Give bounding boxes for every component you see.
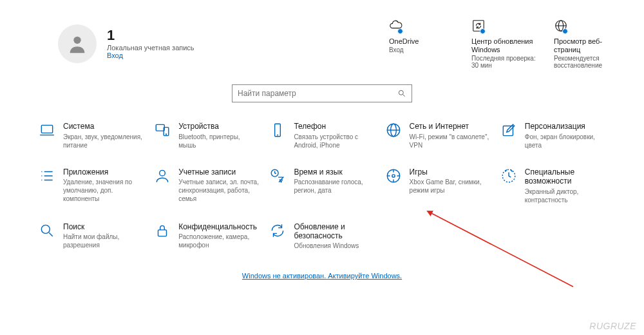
category-title: Время и язык	[294, 168, 374, 177]
category-network[interactable]: Сеть и ИнтернетWi-Fi, режим "в самолете"…	[385, 122, 490, 149]
status-tiles: OneDrive Вход Центр обновления Windows П…	[389, 18, 618, 69]
tile-windows-update[interactable]: Центр обновления Windows Последняя прове…	[471, 18, 536, 69]
category-apps[interactable]: ПриложенияУдаление, значения по умолчани…	[39, 168, 144, 204]
category-accessibility[interactable]: Специальные возможностиЭкранный диктор, …	[500, 168, 605, 204]
search-box[interactable]	[232, 84, 412, 102]
access-icon	[500, 168, 517, 184]
tile-desc: Последняя проверка: 30 мин	[471, 55, 536, 69]
user-signin-link[interactable]: Вход	[107, 52, 194, 59]
search-input[interactable]	[238, 89, 397, 98]
category-system[interactable]: СистемаЭкран, звук, уведомления, питание	[39, 122, 144, 149]
category-title: Учетные записи	[178, 168, 259, 177]
sync-icon	[269, 222, 286, 239]
lock-icon	[154, 222, 171, 239]
category-update-sec[interactable]: Обновление и безопасностьОбновления Wind…	[269, 222, 374, 251]
category-title: Поиск	[63, 222, 144, 231]
category-title: Персонализация	[525, 122, 605, 131]
category-desc: Обновления Windows	[294, 242, 374, 250]
pen-box-icon	[500, 122, 517, 139]
category-title: Конфиденциальность	[178, 222, 259, 231]
category-desc: Учетные записи, эл. почта, синхронизация…	[178, 178, 259, 203]
user-name: 1	[107, 28, 194, 43]
category-personalization[interactable]: ПерсонализацияФон, экран блокировки, цве…	[500, 122, 605, 149]
category-search-cat[interactable]: ПоискНайти мои файлы, разрешения	[39, 222, 144, 251]
category-desc: Wi-Fi, режим "в самолете", VPN	[410, 133, 490, 149]
cloud-icon	[389, 18, 407, 34]
category-desc: Экран, звук, уведомления, питание	[63, 133, 144, 149]
tile-onedrive[interactable]: OneDrive Вход	[389, 18, 453, 69]
category-time[interactable]: Время и языкРаспознавание голоса, регион…	[269, 168, 374, 204]
category-title: Обновление и безопасность	[294, 222, 374, 241]
category-title: Специальные возможности	[525, 168, 605, 186]
category-title: Система	[63, 122, 144, 131]
category-phone[interactable]: ТелефонСвязать устройство с Android, iPh…	[269, 122, 374, 149]
category-title: Сеть и Интернет	[410, 122, 490, 131]
time-lang-icon	[269, 168, 286, 184]
category-accounts[interactable]: Учетные записиУчетные записи, эл. почта,…	[154, 168, 259, 204]
user-account-type: Локальная учетная запись	[107, 44, 194, 52]
tile-web-browse[interactable]: Просмотр веб-страниц Рекомендуется восст…	[554, 18, 618, 69]
category-desc: Xbox Game Bar, снимки, режим игры	[410, 178, 490, 195]
category-desc: Расположение, камера, микрофон	[178, 233, 259, 249]
person-icon	[154, 168, 171, 184]
category-desc: Связать устройство с Android, iPhone	[294, 133, 374, 149]
category-title: Телефон	[294, 122, 374, 131]
avatar	[58, 24, 97, 63]
phone-icon	[269, 122, 286, 139]
category-desc: Экранный диктор, контрастность	[525, 187, 605, 204]
gaming-icon	[385, 168, 402, 184]
category-desc: Найти мои файлы, разрешения	[63, 233, 144, 249]
svg-point-16	[73, 36, 80, 43]
devices-icon	[154, 122, 171, 139]
tile-desc: Вход	[389, 46, 453, 53]
user-account-block[interactable]: 1 Локальная учетная запись Вход	[58, 18, 194, 69]
globe-icon	[385, 122, 402, 139]
search-icon	[397, 89, 406, 98]
watermark: RUGRUZE	[589, 321, 636, 331]
tile-title: Просмотр веб-страниц	[554, 37, 618, 54]
activation-notice: Windows не активирован. Активируйте Wind…	[0, 272, 644, 280]
category-title: Устройства	[178, 122, 259, 131]
tile-title: OneDrive	[389, 37, 453, 46]
category-desc: Bluetooth, принтеры, мышь	[178, 133, 259, 149]
category-desc: Удаление, значения по умолчанию, доп. ко…	[63, 178, 144, 203]
category-devices[interactable]: УстройстваBluetooth, принтеры, мышь	[154, 122, 259, 149]
category-title: Игры	[410, 168, 490, 177]
refresh-box-icon	[471, 18, 489, 34]
tile-title: Центр обновления Windows	[471, 37, 536, 54]
category-desc: Распознавание голоса, регион, дата	[294, 178, 374, 195]
category-privacy[interactable]: КонфиденциальностьРасположение, камера, …	[154, 222, 259, 251]
category-desc: Фон, экран блокировки, цвета	[525, 133, 605, 149]
category-title: Приложения	[63, 168, 144, 177]
category-gaming[interactable]: ИгрыXbox Game Bar, снимки, режим игры	[385, 168, 490, 204]
list-icon	[39, 168, 55, 184]
tile-desc: Рекомендуется восстановление	[554, 55, 618, 69]
settings-grid: СистемаЭкран, звук, уведомления, питание…	[0, 105, 644, 250]
search-icon	[39, 222, 55, 239]
activation-link[interactable]: Windows не активирован. Активируйте Wind…	[242, 272, 402, 280]
laptop-icon	[39, 122, 55, 139]
globe-icon	[554, 18, 572, 34]
